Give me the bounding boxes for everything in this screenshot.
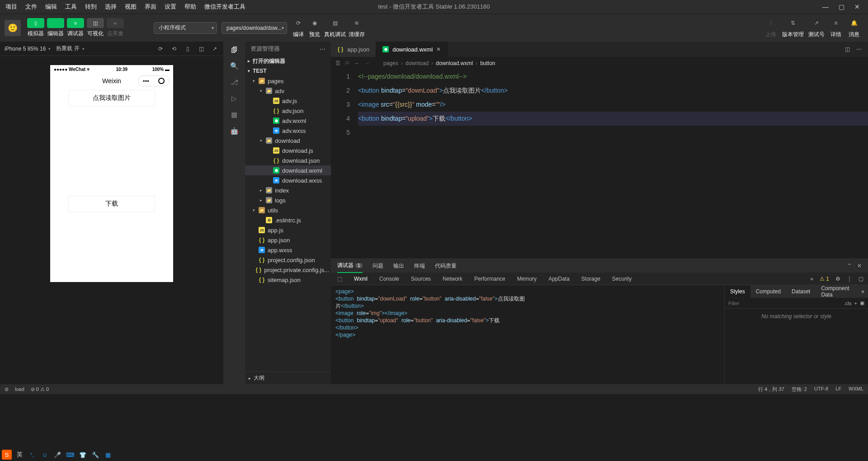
- collapse-icon[interactable]: ⌃: [847, 263, 852, 269]
- devtab-Network[interactable]: Network: [443, 276, 462, 282]
- menu-转到[interactable]: 转到: [85, 3, 97, 11]
- expand-icon[interactable]: ↗: [211, 46, 219, 52]
- crumb-button[interactable]: button: [480, 60, 495, 66]
- dbgtab-问题[interactable]: 问题: [373, 262, 383, 270]
- tree-logs[interactable]: ▸📁logs: [245, 195, 331, 205]
- menu-界面[interactable]: 界面: [145, 3, 156, 11]
- split-icon[interactable]: ◫: [845, 46, 850, 52]
- keyboard-icon[interactable]: ⌨: [65, 450, 75, 460]
- add-icon[interactable]: +: [854, 301, 857, 306]
- devtab-Security[interactable]: Security: [612, 276, 632, 282]
- lang-icon[interactable]: 英: [14, 450, 24, 460]
- status-branch[interactable]: ⊘: [5, 386, 9, 392]
- act-真机调试[interactable]: ▤: [328, 17, 342, 29]
- reload-label[interactable]: 热重载 开: [56, 45, 79, 52]
- capsule[interactable]: •••: [138, 75, 170, 86]
- close-icon[interactable]: ✕: [857, 263, 862, 269]
- bookmark-icon[interactable]: ⚐: [345, 60, 350, 66]
- search-icon[interactable]: 🔍: [230, 62, 239, 70]
- tree-project.private.config.js...[interactable]: { }project.private.config.js...: [245, 265, 331, 275]
- tool-可视化[interactable]: ◫: [87, 18, 104, 28]
- refresh-icon[interactable]: ⟳: [156, 46, 165, 52]
- r-测试号[interactable]: ↗: [810, 17, 823, 29]
- tree-download.js[interactable]: JSdownload.js: [245, 146, 331, 155]
- tree-app.wxss[interactable]: ≋app.wxss: [245, 245, 331, 255]
- tree-index[interactable]: ▸📁index: [245, 185, 331, 195]
- punct-icon[interactable]: °,: [27, 450, 37, 460]
- tool-模拟器[interactable]: ▯: [27, 18, 44, 28]
- debug-icon[interactable]: ▷: [231, 94, 237, 103]
- menu-微信开发者工具[interactable]: 微信开发者工具: [204, 3, 245, 11]
- crumb-pages[interactable]: pages: [383, 60, 398, 66]
- tool-云开发[interactable]: ∞: [107, 18, 124, 28]
- kebab-icon[interactable]: ⋮: [847, 276, 852, 282]
- grid-icon[interactable]: ▦: [103, 450, 113, 460]
- outline-section[interactable]: ▸大纲: [245, 372, 331, 384]
- menu-项目[interactable]: 项目: [5, 3, 17, 11]
- tree-sitemap.json[interactable]: { }sitemap.json: [245, 275, 331, 285]
- skin-icon[interactable]: 👕: [78, 450, 88, 460]
- r-版本管理[interactable]: ⇅: [786, 17, 800, 29]
- tree-app.js[interactable]: JSapp.js: [245, 225, 331, 235]
- crumb-download.wxml[interactable]: download.wxml: [436, 60, 473, 66]
- tab-download.wxml[interactable]: ⬣download.wxml✕: [376, 42, 448, 57]
- box-icon[interactable]: ▣: [860, 300, 864, 306]
- tree-adv.js[interactable]: JSadv.js: [245, 96, 331, 106]
- tool-调试器[interactable]: ≡: [67, 18, 84, 28]
- device-label[interactable]: iPhone 5 85% 16: [5, 46, 46, 52]
- tree-utils[interactable]: ▾📁utils: [245, 205, 331, 215]
- robot-icon[interactable]: 🤖: [230, 127, 239, 135]
- open-editors-section[interactable]: ▸打开的编辑器: [245, 56, 331, 66]
- devtab-Performance[interactable]: Performance: [474, 276, 505, 282]
- rotate-icon[interactable]: ⟲: [170, 46, 178, 52]
- files-icon[interactable]: 🗐: [231, 46, 238, 54]
- crumb-download[interactable]: download: [406, 60, 429, 66]
- tree-download.wxss[interactable]: ≋download.wxss: [245, 175, 331, 185]
- dbgtab-调试器[interactable]: 调试器: [337, 262, 363, 273]
- styletab-Component Data[interactable]: Component Data: [816, 285, 861, 298]
- devtab-Sources[interactable]: Sources: [411, 276, 431, 282]
- dbgtab-终端[interactable]: 终端: [414, 262, 425, 270]
- avatar[interactable]: 🙂: [5, 20, 21, 36]
- device-icon[interactable]: ▯: [184, 46, 192, 52]
- menu-编辑[interactable]: 编辑: [45, 3, 57, 11]
- extensions-icon[interactable]: ▦: [231, 111, 237, 119]
- menu-文件[interactable]: 文件: [25, 3, 37, 11]
- read-image-button[interactable]: 点我读取图片: [69, 90, 155, 106]
- download-button[interactable]: 下载: [69, 196, 155, 212]
- code-editor[interactable]: 12345 <!--pages/download/download.wxml--…: [331, 70, 868, 259]
- styletab-Styles[interactable]: Styles: [725, 285, 750, 298]
- menu-视图[interactable]: 视图: [125, 3, 137, 11]
- list-icon[interactable]: ☰: [335, 60, 340, 66]
- tree-app.json[interactable]: { }app.json: [245, 235, 331, 245]
- menu-帮助[interactable]: 帮助: [184, 3, 196, 11]
- r-消息[interactable]: 🔔: [847, 17, 861, 29]
- menu-选择[interactable]: 选择: [105, 3, 117, 11]
- act-编译[interactable]: ⟳: [292, 17, 305, 29]
- tree-adv.wxss[interactable]: ≋adv.wxss: [245, 126, 331, 136]
- tree-adv.json[interactable]: { }adv.json: [245, 106, 331, 116]
- project-section[interactable]: ▾TEST: [245, 66, 331, 76]
- menu-设置[interactable]: 设置: [165, 3, 176, 11]
- cls-toggle[interactable]: .cls: [844, 301, 852, 306]
- devtab-Wxml[interactable]: Wxml: [354, 276, 368, 282]
- fwd-icon[interactable]: →: [364, 60, 370, 66]
- tree-project.config.json[interactable]: { }project.config.json: [245, 255, 331, 265]
- tool-编辑器[interactable]: [47, 18, 64, 28]
- dbgtab-输出[interactable]: 输出: [393, 262, 404, 270]
- tab-app.json[interactable]: { }app.json: [331, 42, 376, 57]
- devtab-Storage[interactable]: Storage: [581, 276, 600, 282]
- warning-badge[interactable]: ⚠ 1: [820, 276, 829, 282]
- maximize-icon[interactable]: ▢: [839, 3, 844, 10]
- close-icon[interactable]: ✕: [854, 3, 860, 10]
- menu-工具[interactable]: 工具: [65, 3, 77, 11]
- r-详情[interactable]: ≡: [829, 17, 843, 29]
- page-dropdown[interactable]: pages/download/dow...: [222, 22, 287, 34]
- tree-adv[interactable]: ▾📁adv: [245, 86, 331, 96]
- tree-download.json[interactable]: { }download.json: [245, 155, 331, 165]
- devtab-Console[interactable]: Console: [379, 276, 399, 282]
- more-icon[interactable]: ⋯: [320, 46, 326, 52]
- dbgtab-代码质量[interactable]: 代码质量: [435, 262, 457, 270]
- tool-icon[interactable]: 🔧: [90, 450, 100, 460]
- back-icon[interactable]: ←: [354, 60, 360, 66]
